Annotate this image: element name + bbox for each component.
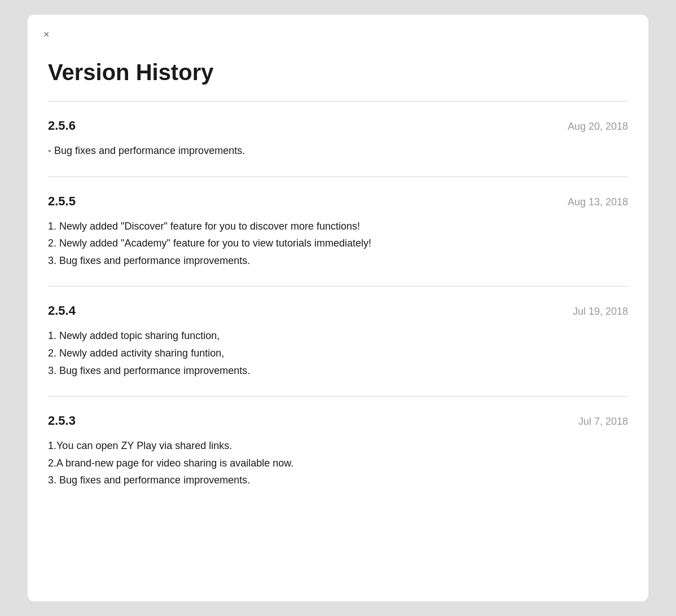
version-entry-2-5-5: 2.5.5Aug 13, 20181. Newly added "Discove… [48,177,628,287]
version-header: 2.5.3Jul 7, 2018 [48,413,628,428]
version-header: 2.5.6Aug 20, 2018 [48,118,628,133]
note-line: 2. Newly added activity sharing funtion, [48,345,628,362]
version-number: 2.5.3 [48,413,76,428]
note-line: 3. Bug fixes and performance improvement… [48,362,628,380]
versions-list: 2.5.6Aug 20, 2018- Bug fixes and perform… [48,102,628,506]
version-notes: 1. Newly added topic sharing function,2.… [48,327,628,379]
note-line: 2.A brand-new page for video sharing is … [48,455,628,472]
version-notes: 1.You can open ZY Play via shared links.… [48,437,628,489]
version-entry-2-5-3: 2.5.3Jul 7, 20181.You can open ZY Play v… [48,397,628,506]
note-line: 1. Newly added "Discover" feature for yo… [48,218,628,235]
version-notes: - Bug fixes and performance improvements… [48,142,628,160]
close-button[interactable]: × [40,27,53,42]
version-date: Aug 13, 2018 [568,196,628,208]
note-line: 2. Newly added "Academy" feature for you… [48,235,628,252]
note-line: 3. Bug fixes and performance improvement… [48,252,628,270]
note-line: 3. Bug fixes and performance improvement… [48,472,628,489]
version-entry-2-5-4: 2.5.4Jul 19, 20181. Newly added topic sh… [48,287,628,397]
version-date: Jul 7, 2018 [578,416,628,428]
version-header: 2.5.4Jul 19, 2018 [48,303,628,318]
version-number: 2.5.4 [48,303,76,318]
note-line: - Bug fixes and performance improvements… [48,142,628,160]
note-line: 1.You can open ZY Play via shared links. [48,437,628,455]
version-number: 2.5.5 [48,194,76,209]
version-date: Aug 20, 2018 [568,121,628,133]
version-entry-2-5-6: 2.5.6Aug 20, 2018- Bug fixes and perform… [48,102,628,177]
version-number: 2.5.6 [48,118,76,133]
note-line: 1. Newly added topic sharing function, [48,327,628,345]
version-date: Jul 19, 2018 [573,306,628,318]
page-title: Version History [48,60,628,85]
version-notes: 1. Newly added "Discover" feature for yo… [48,218,628,270]
version-history-modal: × Version History 2.5.6Aug 20, 2018- Bug… [28,15,648,601]
version-header: 2.5.5Aug 13, 2018 [48,194,628,209]
